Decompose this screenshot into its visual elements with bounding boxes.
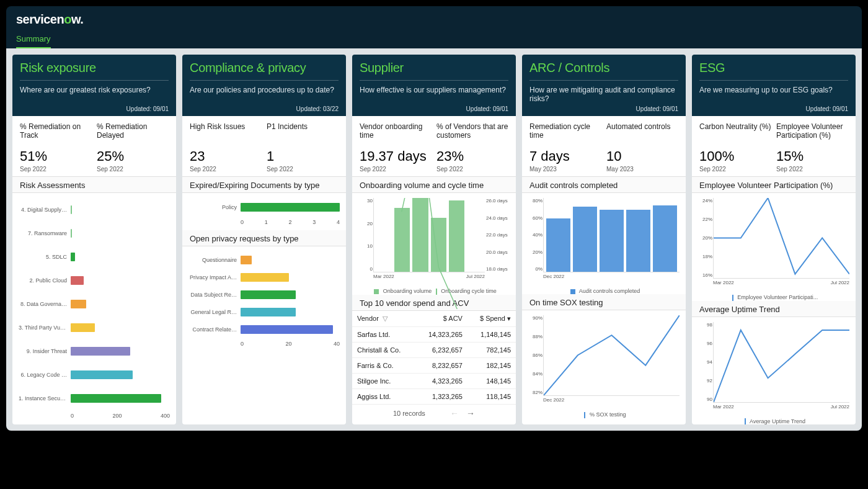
compliance-kpis: High Risk Issues 23 Sep 2022 P1 Incident…: [182, 116, 346, 176]
privacy-requests-chart[interactable]: QuestionnairePrivacy Impact A…Data Subje…: [182, 246, 346, 352]
risk-assessments-chart[interactable]: 4. Digital Supply…7. Ransomware5. SDLC2.…: [12, 193, 176, 424]
card-compliance-title: Compliance & privacy: [190, 61, 339, 75]
evp-chart[interactable]: 24%22%20%18%16%Mar 2022Jul 2022: [692, 193, 856, 290]
card-compliance-header: Compliance & privacy Are our policies an…: [182, 55, 346, 116]
kpi-remediation-on-track: % Remediation on Track 51% Sep 2022: [20, 122, 92, 173]
expired-docs-chart[interactable]: Policy01234: [182, 193, 346, 230]
bar-row[interactable]: 4. Digital Supply…: [19, 198, 170, 222]
bar-row[interactable]: 1. Instance Secur…: [19, 387, 170, 410]
kpi-value: 25%: [97, 148, 169, 164]
column[interactable]: [573, 207, 597, 272]
table-row[interactable]: Christall & Co.6,232,657782,145: [352, 342, 516, 357]
col-vendor[interactable]: Vendor ▽: [352, 311, 415, 327]
bar-fill: [241, 273, 289, 282]
bar-row[interactable]: Policy: [188, 198, 340, 217]
cell-acv: 8,232,657: [415, 357, 467, 373]
line-chart: 24%22%20%18%16%: [713, 198, 849, 279]
bar-label: Policy: [188, 204, 241, 210]
bar-row[interactable]: 7. Ransomware: [19, 222, 170, 245]
sox-testing-chart[interactable]: 90%88%86%84%82%Dec 2022: [522, 310, 686, 408]
bar-fill: [241, 256, 252, 264]
table-footer: 10 records ← →: [352, 405, 516, 422]
bar-row[interactable]: 2. Public Cloud: [19, 269, 170, 292]
card-esg: ESG Are we measuring up to our ESG goals…: [692, 55, 856, 424]
col-spend[interactable]: $ Spend ▾: [467, 311, 516, 327]
legend-line-icon: [732, 295, 733, 301]
col-acv[interactable]: $ ACV: [415, 311, 467, 327]
cell-acv: 14,323,265: [415, 326, 467, 342]
card-compliance-question: Are our policies and procedures up to da…: [190, 86, 339, 103]
next-page-button[interactable]: →: [466, 408, 475, 418]
record-count: 10 records: [393, 410, 425, 417]
app-shell: servicenow. Summary Risk exposure Where …: [6, 6, 862, 431]
bar-row[interactable]: Privacy Impact A…: [188, 269, 340, 286]
column[interactable]: [546, 218, 570, 272]
bar-row[interactable]: 5. SDLC: [19, 245, 170, 269]
bar-row[interactable]: 3. Third Party Vul…: [19, 316, 170, 339]
cell-spend: 782,145: [467, 342, 516, 357]
card-supplier-title: Supplier: [360, 61, 508, 75]
onboarding-combo-chart[interactable]: 302010026.0 days24.0 days22.0 days20.0 d…: [352, 193, 516, 284]
bar-row[interactable]: General Legal R…: [188, 303, 340, 321]
filter-icon[interactable]: ▽: [383, 315, 388, 322]
card-arc: ARC / Controls How are we mitigating aud…: [522, 55, 686, 424]
bar-row[interactable]: Data Subject Re…: [188, 286, 340, 303]
bar-row[interactable]: Questionnaire: [188, 251, 340, 269]
kpi-automated-controls: Automated controls 10 May 2023: [606, 122, 678, 173]
bar-fill: [241, 203, 340, 212]
kpi-date: Sep 2022: [190, 166, 262, 173]
bar-label: 4. Digital Supply…: [19, 207, 71, 213]
table-row[interactable]: Aggiss Ltd.1,323,265118,145: [352, 388, 516, 404]
y-axis: 80%60%40%20%0%: [526, 198, 542, 272]
card-arc-title: ARC / Controls: [529, 61, 678, 75]
kpi-date: Sep 2022: [699, 166, 771, 173]
card-compliance: Compliance & privacy Are our policies an…: [182, 55, 346, 424]
kpi-label: % of Vendors that are customers: [436, 122, 508, 140]
bar-row[interactable]: 8. Data Governa…: [19, 292, 170, 316]
card-esg-header: ESG Are we measuring up to our ESG goals…: [692, 55, 856, 116]
kpi-label: Carbon Neutrality (%): [699, 122, 771, 140]
bar-row[interactable]: 9. Insider Threat: [19, 339, 170, 363]
kpi-p1-incidents: P1 Incidents 1 Sep 2022: [267, 122, 339, 173]
table-row[interactable]: Sarfas Ltd.14,323,2651,148,145: [352, 326, 516, 342]
kpi-remediation-cycle: Remediation cycle time 7 days May 2023: [529, 122, 601, 173]
kpi-label: % Remediation Delayed: [97, 122, 169, 140]
cell-spend: 182,145: [467, 357, 516, 373]
column[interactable]: [600, 210, 624, 272]
card-arc-header: ARC / Controls How are we mitigating aud…: [522, 55, 686, 116]
esg-section1-title: Employee Volunteer Participation (%): [692, 176, 856, 193]
audit-legend: Audit controls completed: [522, 288, 686, 294]
supplier-section1-title: Onboarding volume and cycle time: [352, 176, 516, 193]
bar-label: 2. Public Cloud: [19, 277, 71, 284]
card-compliance-updated: Updated: 03/22: [190, 105, 339, 112]
y-axis: 24%22%20%18%16%: [696, 198, 712, 278]
kpi-label: % Remediation on Track: [20, 122, 92, 140]
card-esg-title: ESG: [699, 61, 848, 75]
audit-controls-chart[interactable]: 80%60%40%20%0%Dec 2022: [522, 193, 686, 284]
table-row[interactable]: Stilgoe Inc.4,323,265148,145: [352, 373, 516, 388]
column[interactable]: [653, 205, 677, 272]
cell-acv: 1,323,265: [415, 388, 467, 404]
supplier-kpis: Vendor onboarding time 19.37 days Sep 20…: [352, 116, 516, 176]
uptime-chart[interactable]: 9896949290Mar 2022Jul 2022: [692, 317, 856, 415]
tab-summary[interactable]: Summary: [16, 30, 51, 48]
cell-spend: 148,145: [467, 373, 516, 388]
column[interactable]: [626, 210, 650, 272]
table-row[interactable]: Farris & Co.8,232,657182,145: [352, 357, 516, 373]
x-axis: 02040: [241, 341, 340, 347]
bar-fill: [71, 253, 75, 261]
risk-section-title: Risk Assessments: [12, 176, 176, 193]
kpi-value: 15%: [776, 148, 848, 164]
cell-vendor: Farris & Co.: [352, 357, 415, 373]
card-risk-question: Where are our greatest risk exposures?: [20, 86, 169, 103]
bar-label: Contract Relate…: [188, 326, 241, 333]
prev-page-button[interactable]: ←: [450, 408, 459, 418]
bar-label: 5. SDLC: [19, 254, 71, 260]
bar-label: 6. Legacy Code …: [19, 372, 71, 378]
bar-row[interactable]: 6. Legacy Code …: [19, 363, 170, 387]
bar-row[interactable]: Contract Relate…: [188, 321, 340, 338]
vendor-table[interactable]: Vendor ▽ $ ACV $ Spend ▾ Sarfas Ltd.14,3…: [352, 311, 516, 405]
bar-fill: [71, 229, 72, 238]
kpi-date: Sep 2022: [97, 166, 169, 173]
bar-fill: [241, 325, 333, 334]
